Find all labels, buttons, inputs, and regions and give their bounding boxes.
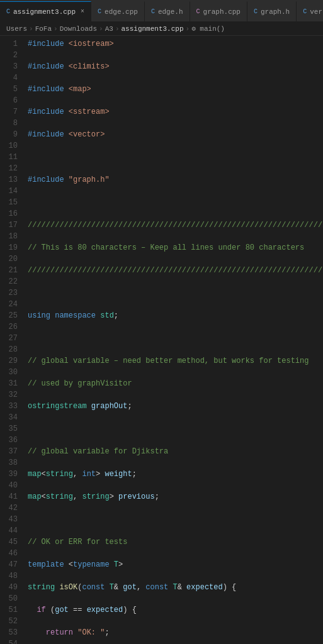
tab-vertex-h[interactable]: C vertex.h [297, 1, 323, 21]
tab-lang-icon: C [303, 8, 307, 15]
tab-bar: C assignment3.cpp × C edge.cpp C edge.h … [0, 0, 323, 22]
tab-assignment3-cpp[interactable]: C assignment3.cpp × [0, 1, 91, 21]
breadcrumb: Users › FoFa › Downloads › A3 › assignme… [0, 22, 323, 36]
tab-lang-icon: C [151, 8, 155, 15]
tab-lang-icon: C [254, 8, 258, 15]
tab-close-btn[interactable]: × [81, 8, 84, 15]
tab-edge-cpp[interactable]: C edge.cpp [91, 1, 145, 21]
tab-edge-h[interactable]: C edge.h [145, 1, 190, 21]
tab-label: assignment3.cpp [13, 8, 76, 16]
tab-graph-cpp[interactable]: C graph.cpp [190, 1, 247, 21]
code-editor[interactable]: 12345 678910 1112131415 1617181920 21222… [0, 36, 323, 644]
tab-label: vertex.h [310, 8, 323, 16]
tab-graph-h[interactable]: C graph.h [247, 1, 297, 21]
line-numbers: 12345 678910 1112131415 1617181920 21222… [0, 38, 23, 644]
tab-label: edge.cpp [105, 8, 138, 16]
tab-label: edge.h [158, 8, 183, 16]
tab-lang-icon: C [6, 8, 10, 15]
tab-label: graph.cpp [203, 8, 241, 16]
code-text[interactable]: #include <iostream> #include <climits> #… [23, 38, 323, 644]
tab-lang-icon: C [98, 8, 101, 15]
tab-lang-icon: C [196, 8, 200, 15]
tab-label: graph.h [261, 8, 290, 16]
